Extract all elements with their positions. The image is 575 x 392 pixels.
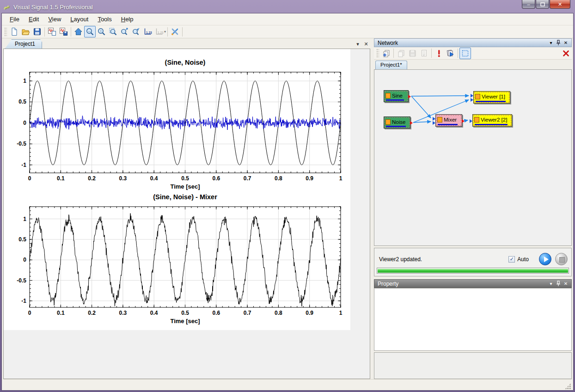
network-canvas[interactable]: SineNoiseMixerViewer [1]Viewer2 [2]: [374, 69, 572, 246]
select-mode-button[interactable]: [459, 48, 471, 59]
x-tick-label: 0.3: [119, 175, 127, 182]
node-underline: [475, 124, 508, 125]
home-view-button[interactable]: [73, 26, 84, 37]
network-pin-button[interactable]: [555, 39, 562, 46]
input-port: [433, 121, 435, 125]
chevron-down-icon: ▾: [550, 281, 552, 286]
stop-button[interactable]: [555, 253, 568, 265]
menu-view[interactable]: View: [44, 14, 65, 24]
import-signal-button[interactable]: [46, 26, 58, 37]
close-button[interactable]: ✕: [550, 0, 570, 9]
menu-help[interactable]: Help: [117, 14, 138, 24]
selection-box-icon: [461, 49, 470, 58]
zoom-window-button[interactable]: [107, 26, 119, 37]
close-icon: ✕: [558, 1, 562, 7]
copy-component-button: [395, 48, 407, 59]
chart-sine-noise: 00.10.20.30.40.50.60.70.80.91-1-0.500.51…: [4, 52, 348, 192]
input-port: [470, 119, 472, 123]
preferences-button[interactable]: [169, 26, 181, 37]
auto-checkbox[interactable]: ✓: [508, 256, 515, 263]
tab-project1[interactable]: Project1: [5, 39, 42, 49]
execution-status-box: Viewer2 updated. ✓ Auto: [374, 248, 572, 276]
connection-mixer-to-viewer2[interactable]: [465, 120, 468, 121]
add-component-button[interactable]: [380, 48, 392, 59]
node-underline: [438, 124, 458, 125]
network-tabbar: Project1*: [374, 60, 572, 69]
node-noise[interactable]: Noise: [384, 116, 410, 129]
node-viewer1[interactable]: Viewer [1]: [473, 91, 510, 104]
x-tick-label: 0.5: [181, 310, 189, 316]
property-content[interactable]: [374, 288, 572, 351]
x-tick-label: 1: [339, 175, 343, 182]
new-project-button[interactable]: [8, 26, 20, 37]
zoom-horizontal-button[interactable]: ↔: [84, 26, 96, 37]
y-tick-label: 0.5: [18, 98, 26, 105]
y-tick-label: 1: [23, 78, 26, 84]
run-button[interactable]: [539, 253, 551, 265]
x-tick-label: 0.7: [244, 175, 251, 182]
node-label: Viewer [1]: [482, 94, 505, 99]
svg-text:↔: ↔: [87, 29, 91, 33]
network-dropdown-button[interactable]: ▾: [547, 39, 555, 46]
toolbar-grip[interactable]: [4, 27, 7, 37]
node-viewer2[interactable]: Viewer2 [2]: [472, 114, 512, 127]
output-port: [462, 119, 465, 123]
maximize-button[interactable]: [536, 0, 549, 9]
node-sine[interactable]: Sine: [384, 90, 409, 102]
output-port: [408, 95, 411, 98]
zoom-out-button[interactable]: [119, 26, 130, 37]
chevron-down-icon: ▾: [356, 41, 359, 47]
menu-file[interactable]: File: [6, 14, 24, 24]
document-viewport[interactable]: 00.10.20.30.40.50.60.70.80.91-1-0.500.51…: [3, 49, 370, 379]
x-tick-label: 0.1: [57, 310, 65, 316]
add-component-icon: [382, 49, 391, 58]
zoom-in-button[interactable]: [130, 26, 142, 37]
titlebar[interactable]: Visual Signal 1.5 Professional: [1, 1, 574, 13]
open-project-button[interactable]: [20, 26, 31, 37]
network-toolbar-grip[interactable]: [376, 49, 379, 58]
panel-splitter[interactable]: [370, 38, 374, 379]
export-signal-button[interactable]: [58, 26, 69, 37]
run-network-button[interactable]: [445, 48, 456, 59]
property-close-button[interactable]: ✕: [562, 280, 569, 287]
x-tick-label: 0.4: [150, 310, 158, 316]
tab-close-icon: ✕: [364, 41, 368, 47]
app-icon: [3, 4, 11, 11]
node-underline: [476, 101, 506, 102]
input-port: [433, 117, 435, 121]
x-tick-label: 0.5: [181, 175, 189, 182]
delete-component-button[interactable]: [560, 48, 572, 59]
save-project-button[interactable]: [31, 26, 43, 37]
svg-text:1.23: 1.23: [146, 31, 152, 34]
svg-text:1.23: 1.23: [158, 31, 164, 34]
minimize-button[interactable]: –: [522, 0, 535, 9]
x-tick-label: 0.2: [88, 310, 96, 316]
x-axis-label: Time [sec]: [170, 318, 200, 325]
axis-scale-secondary-icon: 1.23: [155, 27, 164, 36]
zoom-out-icon: [120, 27, 129, 36]
window-title: Visual Signal 1.5 Professional: [13, 4, 93, 11]
network-close-button[interactable]: ✕: [562, 39, 569, 46]
network-tab-project1[interactable]: Project1*: [375, 61, 407, 69]
property-dropdown-button[interactable]: ▾: [547, 280, 555, 287]
module-icon: [437, 117, 442, 122]
run-error-button[interactable]: [433, 48, 445, 59]
resize-grip[interactable]: [565, 383, 571, 389]
tab-list-dropdown-button[interactable]: ▾: [354, 40, 362, 48]
connection-sine-to-mixer[interactable]: [411, 96, 431, 118]
node-mixer[interactable]: Mixer: [435, 114, 462, 127]
node-underline: [386, 99, 404, 101]
zoom-vertical-button[interactable]: ↕: [96, 26, 107, 37]
menu-edit[interactable]: Edit: [24, 14, 43, 24]
y-tick-label: 0: [23, 120, 26, 126]
connection-sine-to-viewer1[interactable]: [411, 96, 469, 96]
axis-scale-button[interactable]: 1.23: [142, 26, 153, 37]
auto-checkbox-label: Auto: [517, 256, 529, 263]
x-tick-label: 0.8: [275, 310, 282, 316]
menu-tools[interactable]: Tools: [93, 14, 116, 24]
report-page: 00.10.20.30.40.50.60.70.80.91-1-0.500.51…: [4, 49, 350, 330]
property-panel-title: Property: [378, 281, 547, 287]
menu-layout[interactable]: Layout: [66, 14, 92, 24]
property-pin-button[interactable]: [555, 280, 562, 287]
tab-close-button[interactable]: ✕: [362, 40, 370, 48]
